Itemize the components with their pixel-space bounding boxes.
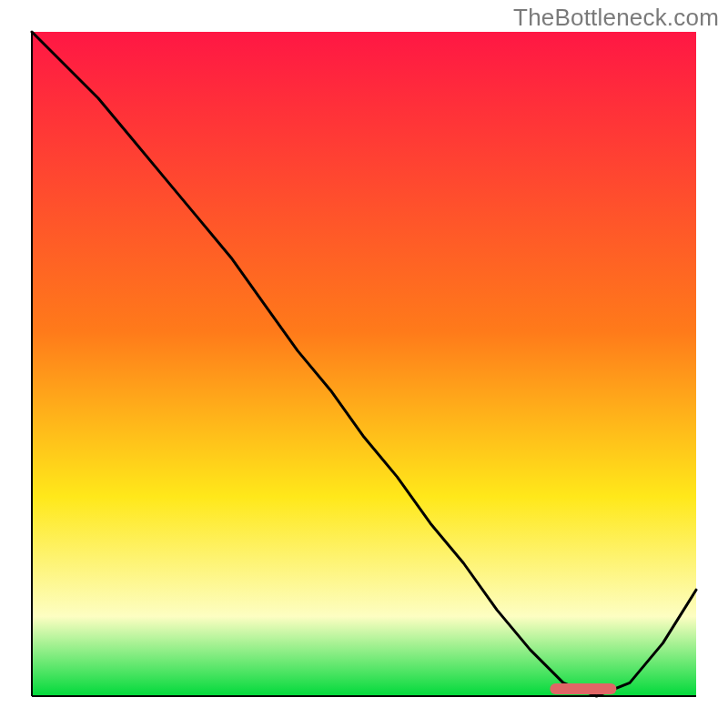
optimum-marker (550, 683, 616, 694)
bottleneck-chart (0, 0, 728, 728)
chart-container: TheBottleneck.com (0, 0, 728, 728)
plot-background (32, 32, 696, 696)
